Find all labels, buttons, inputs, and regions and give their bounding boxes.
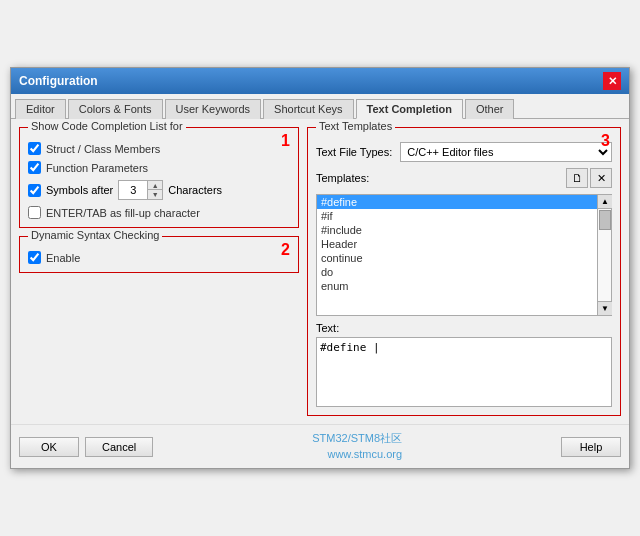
- help-button[interactable]: Help: [561, 437, 621, 457]
- symbols-after-checkbox[interactable]: [28, 184, 41, 197]
- enable-row: Enable: [28, 251, 290, 264]
- right-panel: Text Templates 3 Text File Types: C/C++ …: [307, 127, 621, 416]
- group2-number: 2: [281, 241, 290, 259]
- struct-members-label[interactable]: Struct / Class Members: [46, 143, 160, 155]
- function-params-row: Function Parameters: [28, 161, 290, 174]
- dynamic-syntax-title: Dynamic Syntax Checking: [28, 229, 162, 241]
- template-item-include[interactable]: #include: [317, 223, 597, 237]
- bottom-buttons: OK Cancel: [19, 437, 153, 457]
- file-type-row: Text File Types: C/C++ Editor files All …: [316, 142, 612, 162]
- symbols-spinner: ▲ ▼: [118, 180, 163, 200]
- scroll-track: [598, 209, 611, 301]
- enable-checkbox[interactable]: [28, 251, 41, 264]
- ok-button[interactable]: OK: [19, 437, 79, 457]
- symbols-after-row: Symbols after ▲ ▼ Characters: [28, 180, 290, 200]
- cancel-button[interactable]: Cancel: [85, 437, 153, 457]
- template-item-continue[interactable]: continue: [317, 251, 597, 265]
- template-item-define[interactable]: #define: [317, 195, 597, 209]
- templates-label: Templates:: [316, 172, 369, 184]
- text-templates-content: Text File Types: C/C++ Editor files All …: [316, 142, 612, 407]
- file-type-label: Text File Types:: [316, 146, 392, 158]
- function-params-checkbox[interactable]: [28, 161, 41, 174]
- template-item-enum[interactable]: enum: [317, 279, 597, 293]
- enable-label[interactable]: Enable: [46, 252, 80, 264]
- templates-buttons: 🗋 ✕: [566, 168, 612, 188]
- watermark: STM32/STM8社区 www.stmcu.org: [312, 431, 402, 462]
- text-label: Text:: [316, 322, 612, 334]
- tab-shortcut-keys[interactable]: Shortcut Keys: [263, 99, 353, 119]
- text-templates-group: Text Templates 3 Text File Types: C/C++ …: [307, 127, 621, 416]
- enter-tab-checkbox[interactable]: [28, 206, 41, 219]
- symbols-after-suffix: Characters: [168, 184, 222, 196]
- window-title: Configuration: [19, 74, 98, 88]
- group1-number: 1: [281, 132, 290, 150]
- watermark-line2: www.stmcu.org: [312, 447, 402, 462]
- group3-number: 3: [601, 132, 610, 150]
- add-template-icon: 🗋: [572, 172, 583, 184]
- tab-colors-fonts[interactable]: Colors & Fonts: [68, 99, 163, 119]
- templates-list-container: #define #if #include Header continue do …: [316, 194, 612, 316]
- template-item-if[interactable]: #if: [317, 209, 597, 223]
- struct-members-checkbox[interactable]: [28, 142, 41, 155]
- spinner-up[interactable]: ▲: [148, 181, 162, 190]
- templates-row: Templates: 🗋 ✕: [316, 168, 612, 188]
- templates-list[interactable]: #define #if #include Header continue do …: [317, 195, 597, 315]
- show-code-completion-title: Show Code Completion List for: [28, 120, 186, 132]
- template-item-do[interactable]: do: [317, 265, 597, 279]
- tab-other[interactable]: Other: [465, 99, 515, 119]
- delete-template-button[interactable]: ✕: [590, 168, 612, 188]
- struct-members-row: Struct / Class Members: [28, 142, 290, 155]
- dynamic-syntax-group: Dynamic Syntax Checking 2 Enable: [19, 236, 299, 273]
- text-section: Text: #define |: [316, 322, 612, 407]
- function-params-label[interactable]: Function Parameters: [46, 162, 148, 174]
- bottom-bar: OK Cancel STM32/STM8社区 www.stmcu.org Hel…: [11, 424, 629, 468]
- show-code-completion-content: Struct / Class Members Function Paramete…: [28, 142, 290, 219]
- enter-tab-row: ENTER/TAB as fill-up character: [28, 206, 290, 219]
- delete-template-icon: ✕: [597, 172, 606, 185]
- show-code-completion-group: Show Code Completion List for 1 Struct /…: [19, 127, 299, 228]
- text-templates-title: Text Templates: [316, 120, 395, 132]
- tabs-bar: Editor Colors & Fonts User Keywords Shor…: [11, 94, 629, 119]
- left-panel: Show Code Completion List for 1 Struct /…: [19, 127, 299, 416]
- symbols-after-prefix[interactable]: Symbols after: [46, 184, 113, 196]
- spinner-arrows: ▲ ▼: [147, 181, 162, 199]
- scroll-thumb[interactable]: [599, 210, 611, 230]
- scroll-down-button[interactable]: ▼: [598, 301, 612, 315]
- file-type-select[interactable]: C/C++ Editor files All files Pascal file…: [400, 142, 612, 162]
- configuration-window: Configuration ✕ Editor Colors & Fonts Us…: [10, 67, 630, 469]
- list-scrollbar[interactable]: ▲ ▼: [597, 195, 611, 315]
- template-item-header[interactable]: Header: [317, 237, 597, 251]
- add-template-button[interactable]: 🗋: [566, 168, 588, 188]
- content-area: Show Code Completion List for 1 Struct /…: [11, 119, 629, 424]
- close-button[interactable]: ✕: [603, 72, 621, 90]
- title-bar: Configuration ✕: [11, 68, 629, 94]
- text-area[interactable]: #define |: [316, 337, 612, 407]
- scroll-up-button[interactable]: ▲: [598, 195, 612, 209]
- symbols-spinner-input[interactable]: [119, 181, 147, 199]
- tab-user-keywords[interactable]: User Keywords: [165, 99, 262, 119]
- dynamic-syntax-content: Enable: [28, 251, 290, 264]
- tab-editor[interactable]: Editor: [15, 99, 66, 119]
- watermark-line1: STM32/STM8社区: [312, 431, 402, 446]
- enter-tab-label[interactable]: ENTER/TAB as fill-up character: [46, 207, 200, 219]
- tab-text-completion[interactable]: Text Completion: [356, 99, 463, 119]
- spinner-down[interactable]: ▼: [148, 190, 162, 199]
